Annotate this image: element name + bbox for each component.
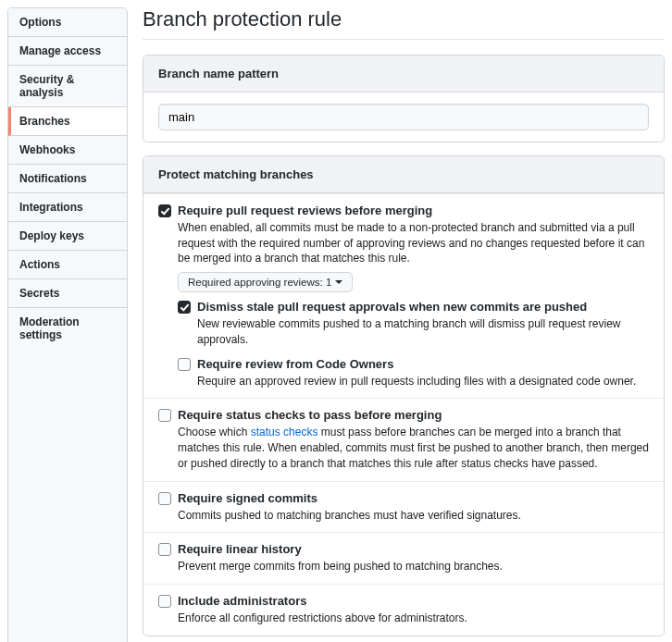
sidebar-item-actions[interactable]: Actions	[8, 251, 127, 279]
rule-desc: Prevent merge commits from being pushed …	[178, 559, 649, 574]
settings-sidebar: OptionsManage accessSecurity & analysisB…	[7, 7, 128, 642]
sidebar-item-options[interactable]: Options	[8, 8, 127, 37]
sidebar-item-integrations[interactable]: Integrations	[8, 193, 127, 222]
sidebar-item-moderation-settings[interactable]: Moderation settings	[8, 308, 127, 349]
rule-title: Dismiss stale pull request approvals whe…	[197, 300, 649, 315]
main-content: Branch protection rule Branch name patte…	[143, 7, 665, 642]
rule-title: Include administrators	[178, 594, 649, 610]
sidebar-item-manage-access[interactable]: Manage access	[8, 37, 127, 66]
checkbox-codeowners[interactable]	[178, 358, 191, 371]
rule-title: Require linear history	[178, 542, 649, 558]
page-title: Branch protection rule	[143, 7, 665, 31]
branch-pattern-panel: Branch name pattern	[143, 55, 665, 142]
rule-require-pr: Require pull request reviews before merg…	[143, 193, 664, 398]
rule-title: Require status checks to pass before mer…	[178, 408, 649, 424]
dropdown-label: Required approving reviews: 1	[188, 277, 331, 288]
rule-desc: New reviewable commits pushed to a match…	[197, 316, 649, 348]
rule-desc: Enforce all configured restrictions abov…	[178, 611, 649, 626]
branch-pattern-input[interactable]	[158, 104, 649, 130]
rule-title: Require pull request reviews before merg…	[178, 204, 649, 219]
rule-title: Require review from Code Owners	[197, 357, 649, 373]
checkbox-admins[interactable]	[158, 595, 171, 608]
sidebar-item-deploy-keys[interactable]: Deploy keys	[8, 222, 127, 251]
chevron-down-icon	[335, 280, 342, 284]
sidebar-item-security-analysis[interactable]: Security & analysis	[8, 66, 127, 107]
checkbox-linear[interactable]	[158, 543, 171, 556]
status-checks-link[interactable]: status checks	[251, 426, 318, 438]
rule-desc: Commits pushed to matching branches must…	[178, 508, 649, 524]
sidebar-item-notifications[interactable]: Notifications	[8, 165, 127, 193]
checkbox-status-checks[interactable]	[158, 409, 171, 422]
checkbox-signed[interactable]	[158, 492, 171, 505]
rule-status-checks: Require status checks to pass before mer…	[143, 398, 664, 480]
rule-linear-history: Require linear history Prevent merge com…	[143, 532, 664, 584]
rule-include-admins: Include administrators Enforce all confi…	[143, 584, 664, 636]
checkbox-dismiss-stale[interactable]	[178, 301, 191, 314]
sidebar-item-webhooks[interactable]: Webhooks	[8, 136, 127, 165]
rule-desc: Choose which status checks must pass bef…	[178, 425, 649, 471]
sidebar-item-branches[interactable]: Branches	[8, 107, 127, 136]
rule-signed-commits: Require signed commits Commits pushed to…	[143, 481, 664, 533]
divider	[143, 39, 665, 40]
rule-desc: When enabled, all commits must be made t…	[178, 220, 649, 266]
protect-branches-panel: Protect matching branches Require pull r…	[143, 155, 665, 636]
required-reviews-dropdown[interactable]: Required approving reviews: 1	[178, 272, 353, 292]
checkbox-require-pr[interactable]	[158, 204, 171, 217]
branch-pattern-heading: Branch name pattern	[143, 56, 664, 93]
rule-desc: Require an approved review in pull reque…	[197, 374, 649, 389]
rule-title: Require signed commits	[178, 491, 649, 507]
sidebar-item-secrets[interactable]: Secrets	[8, 279, 127, 308]
protect-heading: Protect matching branches	[143, 156, 664, 193]
